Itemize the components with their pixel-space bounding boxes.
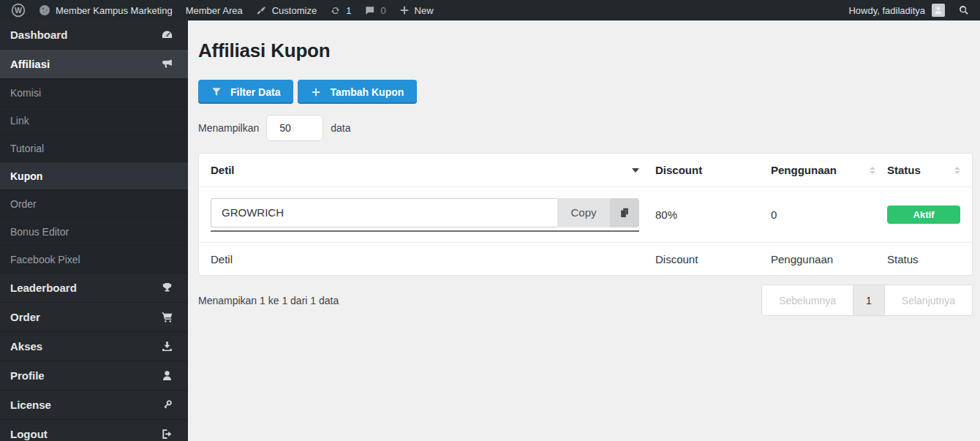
pagination-next-button[interactable]: Selanjutnya (885, 285, 972, 315)
comment-count: 0 (380, 5, 385, 16)
footer-penggunaan: Penggunaan (771, 253, 887, 265)
column-header-label: Discount (655, 164, 702, 176)
sidebar-item-license[interactable]: License (0, 391, 188, 420)
dashboard-icon (161, 29, 173, 41)
pagination-page-1[interactable]: 1 (853, 285, 885, 315)
admin-bar-left: W Member Kampus Marketing Member Area Cu… (0, 0, 440, 20)
sidebar-item-label: Tutorial (10, 143, 44, 154)
status-badge[interactable]: Aktif (887, 206, 960, 224)
comment-icon (364, 5, 375, 16)
site-icon (39, 4, 50, 16)
column-header-penggunaan[interactable]: Penggunaan (771, 164, 887, 176)
plus-icon (311, 87, 321, 97)
cart-icon (161, 311, 173, 323)
table-header-row: Detil Discount Penggunaan Status (199, 154, 972, 187)
sidebar-item-profile[interactable]: Profile (0, 361, 188, 391)
trophy-icon (161, 282, 173, 294)
sidebar-item-label: Logout (10, 428, 48, 440)
discount-cell: 80% (655, 208, 771, 221)
coupon-code-input[interactable] (211, 198, 557, 227)
sidebar-item-link[interactable]: Link (0, 107, 188, 135)
results-summary: Menampikan 1 ke 1 dari 1 data (198, 295, 339, 306)
site-menu[interactable]: Member Kampus Marketing (32, 0, 179, 20)
coupon-table: Detil Discount Penggunaan Status Copy (198, 153, 973, 276)
sidebar-item-facebook-pixel[interactable]: Facebook Pixel (0, 246, 188, 274)
sidebar-item-label: Bonus Editor (10, 226, 69, 238)
page-title: Affiliasi Kupon (198, 39, 973, 62)
show-label: Menampilkan (198, 122, 259, 134)
key-icon (161, 399, 173, 411)
search-icon[interactable] (954, 4, 974, 16)
coupon-code-cell: Copy (211, 198, 655, 232)
action-buttons: Filter Data Tambah Kupon (198, 80, 973, 104)
person-icon (161, 369, 173, 382)
footer-detil: Detil (211, 253, 655, 265)
sidebar-item-bonus-editor[interactable]: Bonus Editor (0, 218, 188, 246)
column-header-discount[interactable]: Discount (655, 164, 771, 176)
customize-label: Customize (272, 5, 317, 16)
page-size-select[interactable]: 50 (266, 115, 323, 141)
howdy-account-link[interactable]: Howdy, fadiladitya (848, 5, 932, 16)
filter-icon (211, 87, 222, 97)
sidebar-item-order-sub[interactable]: Order (0, 190, 188, 218)
logout-icon (161, 428, 173, 440)
sidebar-item-label: Link (10, 115, 29, 127)
pagination: Sebelumnya 1 Selanjutnya (761, 284, 973, 316)
sidebar-item-label: Leaderboard (10, 282, 77, 294)
sidebar: Dashboard Affiliasi Komisi Link Tutorial… (0, 20, 188, 441)
column-header-label: Status (887, 164, 921, 176)
sort-desc-icon (632, 168, 639, 173)
avatar[interactable] (932, 4, 945, 17)
customize-link[interactable]: Customize (249, 0, 323, 20)
sidebar-item-label: License (10, 399, 51, 411)
tambah-kupon-button[interactable]: Tambah Kupon (298, 80, 417, 104)
new-content-link[interactable]: New (393, 0, 440, 20)
site-name: Member Kampus Marketing (56, 5, 173, 16)
sidebar-item-dashboard[interactable]: Dashboard (0, 20, 188, 50)
sidebar-item-tutorial[interactable]: Tutorial (0, 135, 188, 162)
column-header-detil[interactable]: Detil (211, 164, 655, 176)
sidebar-item-affiliasi[interactable]: Affiliasi (0, 50, 188, 79)
updates-link[interactable]: 1 (323, 0, 358, 20)
footer-discount: Discount (655, 253, 771, 265)
copy-icon (619, 207, 630, 219)
sidebar-item-leaderboard[interactable]: Leaderboard (0, 274, 188, 303)
sidebar-item-label: Profile (10, 369, 45, 382)
column-header-label: Penggunaan (771, 164, 837, 176)
wordpress-logo-icon: W (11, 3, 26, 18)
filter-data-button[interactable]: Filter Data (198, 80, 293, 104)
column-header-status[interactable]: Status (887, 164, 960, 176)
sidebar-item-logout[interactable]: Logout (0, 420, 188, 441)
pagination-prev-button[interactable]: Sebelumnya (762, 285, 853, 315)
sort-icon (870, 167, 875, 174)
filter-data-label: Filter Data (230, 86, 280, 98)
sort-icon (954, 167, 960, 174)
copy-icon-button[interactable] (610, 198, 639, 227)
main-content: Affiliasi Kupon Filter Data Tambah Kupon… (188, 20, 980, 441)
coupon-code-group: Copy (211, 198, 639, 232)
copy-button[interactable]: Copy (557, 198, 610, 227)
sidebar-item-label: Affiliasi (10, 58, 50, 70)
brush-icon (256, 5, 267, 16)
show-suffix: data (331, 122, 350, 134)
column-header-label: Detil (211, 164, 235, 176)
sidebar-item-order[interactable]: Order (0, 303, 188, 332)
page-size-value: 50 (279, 122, 291, 134)
new-label: New (415, 5, 434, 16)
status-cell: Aktif (887, 206, 960, 224)
wordpress-logo[interactable]: W (4, 0, 32, 20)
sidebar-item-label: Order (10, 198, 37, 210)
footer-status: Status (887, 253, 960, 265)
sidebar-item-akses[interactable]: Akses (0, 332, 188, 361)
megaphone-icon (161, 58, 173, 70)
sidebar-item-label: Akses (10, 340, 42, 353)
tambah-kupon-label: Tambah Kupon (330, 86, 404, 98)
download-icon (161, 340, 173, 353)
sidebar-item-label: Facebook Pixel (10, 254, 80, 265)
sidebar-item-kupon[interactable]: Kupon (0, 162, 188, 190)
comments-link[interactable]: 0 (358, 0, 392, 20)
sidebar-item-label: Kupon (10, 170, 42, 182)
table-row: Copy 80% 0 Aktif (199, 187, 972, 243)
member-area-link[interactable]: Member Area (179, 0, 249, 20)
sidebar-item-komisi[interactable]: Komisi (0, 79, 188, 107)
